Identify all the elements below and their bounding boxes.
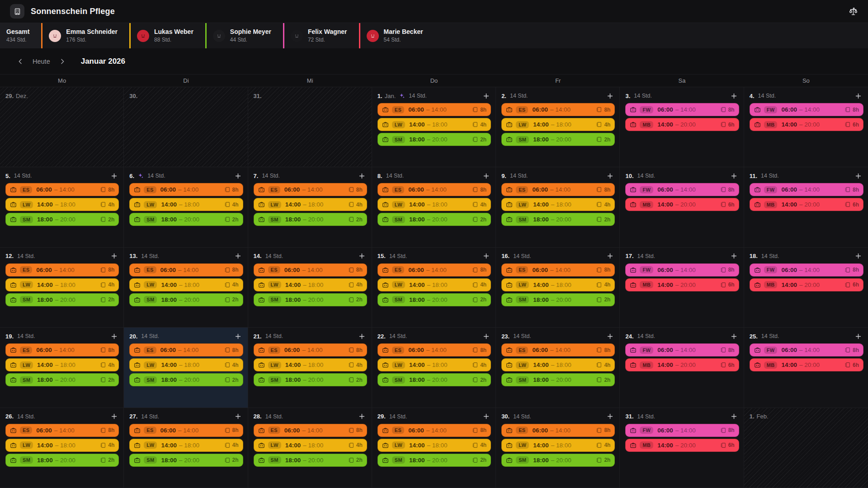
add-shift-button[interactable] xyxy=(233,251,243,261)
add-shift-button[interactable] xyxy=(481,412,491,422)
shift-block-lw[interactable]: LW 14:00 – 18:00 4h xyxy=(254,358,367,371)
shift-block-es[interactable]: ES 06:00 – 14:00 8h xyxy=(501,424,615,437)
day-cell[interactable]: 18. 14 Std. FW 06:00 – 14:00 8h xyxy=(744,248,868,328)
add-shift-button[interactable] xyxy=(357,331,367,341)
shift-block-sm[interactable]: SM 18:00 – 20:00 2h xyxy=(5,293,119,306)
shift-block-sm[interactable]: SM 18:00 – 20:00 2h xyxy=(254,373,367,386)
add-shift-button[interactable] xyxy=(357,412,367,422)
shift-block-sm[interactable]: SM 18:00 – 20:00 2h xyxy=(377,454,491,467)
shift-block-es[interactable]: ES 06:00 – 14:00 8h xyxy=(5,183,119,196)
day-cell[interactable]: 17. 14 Std. FW 06:00 – 14:00 8h xyxy=(620,248,744,328)
add-shift-button[interactable] xyxy=(854,171,863,181)
day-cell[interactable]: 12. 14 Std. ES 06:00 – 14:00 8h xyxy=(0,248,124,328)
shift-block-sm[interactable]: SM 18:00 – 20:00 2h xyxy=(5,373,119,386)
shift-block-sm[interactable]: SM 18:00 – 20:00 2h xyxy=(129,293,243,306)
add-shift-button[interactable] xyxy=(109,412,119,422)
shift-block-fw[interactable]: FW 06:00 – 14:00 8h xyxy=(625,343,739,357)
shift-block-es[interactable]: ES 06:00 – 14:00 8h xyxy=(501,103,615,116)
shift-block-sm[interactable]: SM 18:00 – 20:00 2h xyxy=(129,454,243,467)
day-cell[interactable]: 7. 14 Std. ES 06:00 – 14:00 8h xyxy=(248,167,372,247)
add-shift-button[interactable] xyxy=(729,171,739,181)
add-shift-button[interactable] xyxy=(729,251,739,261)
day-cell[interactable]: 30. 14 Std. ES 06:00 – 14:00 8h xyxy=(496,408,620,488)
shift-block-es[interactable]: ES 06:00 – 14:00 8h xyxy=(501,183,615,196)
day-cell[interactable]: 23. 14 Std. ES 06:00 – 14:00 8h xyxy=(496,328,620,408)
shift-block-es[interactable]: ES 06:00 – 14:00 8h xyxy=(377,424,491,437)
shift-block-lw[interactable]: LW 14:00 – 18:00 4h xyxy=(254,198,367,211)
day-cell[interactable]: 2. 14 Std. ES 06:00 – 14:00 8h xyxy=(496,87,620,167)
add-shift-button[interactable] xyxy=(605,171,615,181)
shift-block-es[interactable]: ES 06:00 – 14:00 8h xyxy=(501,263,615,277)
shift-block-es[interactable]: ES 06:00 – 14:00 8h xyxy=(5,343,119,357)
scale-balance-icon[interactable] xyxy=(849,7,858,16)
shift-block-es[interactable]: ES 06:00 – 14:00 8h xyxy=(377,263,491,277)
shift-block-mb[interactable]: MB 14:00 – 20:00 6h xyxy=(625,358,739,371)
shift-block-es[interactable]: ES 06:00 – 14:00 8h xyxy=(501,343,615,357)
shift-block-sm[interactable]: SM 18:00 – 20:00 2h xyxy=(501,213,615,226)
shift-block-mb[interactable]: MB 14:00 – 20:00 6h xyxy=(625,278,739,291)
add-shift-button[interactable] xyxy=(109,171,119,181)
day-cell[interactable]: 6. 14 Std. ES 06:00 – 14:00 xyxy=(124,167,248,247)
add-shift-button[interactable] xyxy=(481,251,491,261)
shift-block-sm[interactable]: SM 18:00 – 20:00 2h xyxy=(129,213,243,226)
shift-block-fw[interactable]: FW 06:00 – 14:00 8h xyxy=(750,183,863,196)
shift-block-lw[interactable]: LW 14:00 – 18:00 4h xyxy=(5,198,119,211)
shift-block-lw[interactable]: LW 14:00 – 18:00 4h xyxy=(377,118,491,131)
add-shift-button[interactable] xyxy=(729,91,739,101)
shift-block-fw[interactable]: FW 06:00 – 14:00 8h xyxy=(625,103,739,116)
employee-tab-felix-wagner[interactable]: Felix Wagner 72 Std. xyxy=(283,23,359,48)
employee-tab-lukas-weber[interactable]: Lukas Weber 88 Std. xyxy=(129,23,205,48)
day-cell[interactable]: 4. 14 Std. FW 06:00 – 14:00 8h xyxy=(744,87,868,167)
shift-block-fw[interactable]: FW 06:00 – 14:00 8h xyxy=(625,183,739,196)
add-shift-button[interactable] xyxy=(854,331,863,341)
add-shift-button[interactable] xyxy=(233,331,243,341)
shift-block-lw[interactable]: LW 14:00 – 18:00 4h xyxy=(377,439,491,452)
shift-block-lw[interactable]: LW 14:00 – 18:00 4h xyxy=(129,358,243,371)
add-shift-button[interactable] xyxy=(109,331,119,341)
day-cell[interactable]: 11. 14 Std. FW 06:00 – 14:00 8h xyxy=(744,167,868,247)
day-cell[interactable]: 24. 14 Std. FW 06:00 – 14:00 8h xyxy=(620,328,744,408)
day-cell[interactable]: 13. 14 Std. ES 06:00 – 14:00 8h xyxy=(124,248,248,328)
shift-block-sm[interactable]: SM 18:00 – 20:00 2h xyxy=(5,213,119,226)
shift-block-lw[interactable]: LW 14:00 – 18:00 4h xyxy=(129,278,243,291)
shift-block-mb[interactable]: MB 14:00 – 20:00 6h xyxy=(625,198,739,211)
add-shift-button[interactable] xyxy=(605,91,615,101)
shift-block-mb[interactable]: MB 14:00 – 20:00 6h xyxy=(750,278,863,291)
shift-block-lw[interactable]: LW 14:00 – 18:00 4h xyxy=(501,358,615,371)
shift-block-lw[interactable]: LW 14:00 – 18:00 4h xyxy=(129,439,243,452)
day-cell[interactable]: 21. 14 Std. ES 06:00 – 14:00 8h xyxy=(248,328,372,408)
shift-block-lw[interactable]: LW 14:00 – 18:00 4h xyxy=(377,278,491,291)
shift-block-lw[interactable]: LW 14:00 – 18:00 4h xyxy=(5,439,119,452)
next-month-button[interactable] xyxy=(56,55,69,68)
shift-block-es[interactable]: ES 06:00 – 14:00 8h xyxy=(254,343,367,357)
shift-block-sm[interactable]: SM 18:00 – 20:00 2h xyxy=(377,293,491,306)
add-shift-button[interactable] xyxy=(481,91,491,101)
shift-block-sm[interactable]: SM 18:00 – 20:00 2h xyxy=(377,213,491,226)
shift-block-es[interactable]: ES 06:00 – 14:00 8h xyxy=(377,343,491,357)
day-cell[interactable]: 9. 14 Std. ES 06:00 – 14:00 8h xyxy=(496,167,620,247)
shift-block-es[interactable]: ES 06:00 – 14:00 8h xyxy=(377,183,491,196)
add-shift-button[interactable] xyxy=(109,251,119,261)
shift-block-sm[interactable]: SM 18:00 – 20:00 2h xyxy=(501,373,615,386)
add-shift-button[interactable] xyxy=(605,251,615,261)
day-cell[interactable]: 8. 14 Std. ES 06:00 – 14:00 8h xyxy=(372,167,496,247)
shift-block-mb[interactable]: MB 14:00 – 20:00 6h xyxy=(625,439,739,452)
shift-block-lw[interactable]: LW 14:00 – 18:00 4h xyxy=(501,198,615,211)
shift-block-lw[interactable]: LW 14:00 – 18:00 4h xyxy=(254,439,367,452)
shift-block-lw[interactable]: LW 14:00 – 18:00 4h xyxy=(254,278,367,291)
shift-block-es[interactable]: ES 06:00 – 14:00 8h xyxy=(254,263,367,277)
day-cell[interactable]: 3. 14 Std. FW 06:00 – 14:00 8h xyxy=(620,87,744,167)
day-cell[interactable]: 15. 14 Std. ES 06:00 – 14:00 8h xyxy=(372,248,496,328)
shift-block-lw[interactable]: LW 14:00 – 18:00 4h xyxy=(501,278,615,291)
add-shift-button[interactable] xyxy=(357,171,367,181)
add-shift-button[interactable] xyxy=(233,412,243,422)
employee-tab-sophie-meyer[interactable]: Sophie Meyer 44 Std. xyxy=(205,23,283,48)
day-cell[interactable]: 20. 14 Std. ES 06:00 – 14:00 8h xyxy=(124,328,248,408)
shift-block-sm[interactable]: SM 18:00 – 20:00 2h xyxy=(501,133,615,146)
day-cell[interactable]: 16. 14 Std. ES 06:00 – 14:00 8h xyxy=(496,248,620,328)
day-cell[interactable]: 27. 14 Std. ES 06:00 – 14:00 8h xyxy=(124,408,248,488)
day-cell[interactable]: 5. 14 Std. ES 06:00 – 14:00 8h xyxy=(0,167,124,247)
shift-block-es[interactable]: ES 06:00 – 14:00 8h xyxy=(129,343,243,357)
employee-tab-emma-schneider[interactable]: Emma Schneider 176 Std. xyxy=(41,23,129,48)
add-shift-button[interactable] xyxy=(729,331,739,341)
